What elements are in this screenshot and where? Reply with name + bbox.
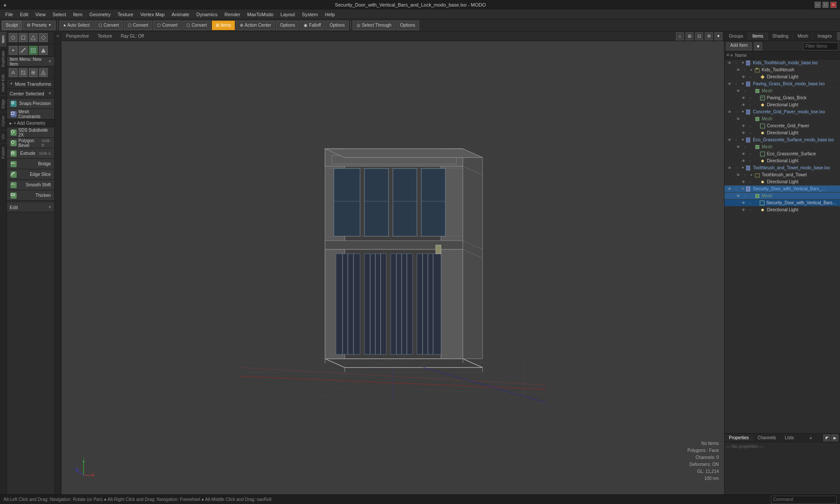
tree-item[interactable]: 👁 ○ ▼ Toothbrush_and_Towel_modo_base.lxo — [724, 164, 840, 172]
viewport-perspective[interactable]: Perspective — [63, 33, 91, 39]
eye-icon[interactable]: 👁 — [735, 144, 741, 150]
tool-icon-select-item[interactable] — [39, 46, 48, 55]
convert-button-1[interactable]: ⬡ Convert — [94, 21, 123, 30]
snaps-precision-btn[interactable]: Snaps Precision — [7, 98, 54, 109]
eye-icon[interactable]: 👁 — [726, 165, 732, 171]
viewport-btn-more[interactable]: ▼ — [714, 32, 722, 40]
tree-item[interactable]: 👁 ○ Mesh — [724, 88, 840, 94]
menu-system[interactable]: System — [298, 11, 322, 18]
eye-icon[interactable]: 👁 — [735, 116, 741, 122]
maximize-button[interactable]: □ — [822, 2, 829, 8]
side-tab-mesh-edit[interactable]: Mesh Edit — [0, 70, 7, 95]
tree-item[interactable]: 👁 ○ Directional Light — [724, 102, 840, 108]
tree-item[interactable]: 👁○ Mesh — [724, 116, 840, 122]
eye-icon2[interactable]: ○ — [733, 81, 739, 87]
item-menu-dropdown[interactable]: Item Menu: New Item ▼ — [7, 57, 54, 66]
convert-button-3[interactable]: ⬡ Convert — [153, 21, 182, 30]
viewport-texture[interactable]: Texture — [95, 33, 115, 39]
eye-icon[interactable]: 👁 — [735, 193, 741, 199]
tree-item[interactable]: 👁 ○ Directional Light — [724, 74, 840, 80]
eye-icon[interactable]: 👁 — [726, 186, 732, 192]
eye-icon2[interactable]: ○ — [747, 74, 753, 80]
side-tab-item[interactable]: Item — [0, 32, 7, 47]
eye-icon2[interactable]: ○ — [742, 67, 748, 73]
eye-icon[interactable]: 👁 — [735, 88, 741, 94]
tree-item[interactable]: 👁○ Directional Light — [724, 158, 840, 164]
eye-icon2[interactable]: ○ — [733, 60, 739, 66]
tool-icon-select-vert[interactable] — [9, 46, 18, 55]
bridge-btn[interactable]: Bridge — [7, 159, 54, 169]
tree-item[interactable]: 👁○ Concrete_Grid_Paver — [724, 122, 840, 130]
expand-icon[interactable]: ▸ — [749, 67, 754, 73]
tree-item[interactable]: 👁○ Mesh — [724, 144, 840, 150]
eye-icon2[interactable]: ○ — [747, 207, 753, 213]
tool-icon-transform[interactable] — [39, 33, 48, 42]
tool-icon-select-edge[interactable] — [19, 46, 28, 55]
mesh-constraints-btn[interactable]: Mesh Constraints — [7, 109, 54, 119]
eye-icon[interactable]: 👁 — [740, 158, 746, 164]
items-tab[interactable]: Items — [748, 32, 768, 40]
options-button-1[interactable]: Options — [276, 21, 299, 30]
tree-item[interactable]: 👁 ○ ▼ Paving_Grass_Brick_modo_base.lxo — [724, 80, 840, 88]
expand-icon[interactable]: ▼ — [740, 109, 746, 115]
tree-item[interactable]: 👁 ○ ▼ Kids_Toothbrush_modo_base.lxo — [724, 60, 840, 66]
eye-icon2[interactable]: ○ — [742, 88, 748, 94]
select-through-button[interactable]: ◎ Select Through — [353, 21, 396, 30]
convert-button-2[interactable]: ⬡ Convert — [124, 21, 152, 30]
add-geometry-section[interactable]: ▸ + Add Geometry — [7, 119, 54, 127]
close-button[interactable]: ✕ — [830, 2, 836, 8]
center-selected-row[interactable]: Center Selected ▼ — [7, 89, 54, 98]
tool-icon-a[interactable] — [9, 68, 18, 77]
eye-icon2[interactable]: ○ — [747, 102, 753, 108]
eye-icon[interactable]: 👁 — [740, 123, 746, 129]
eye-icon2[interactable]: ○ — [747, 200, 753, 206]
eye-icon2[interactable]: ○ — [733, 137, 739, 143]
edit-dropdown[interactable]: Edit ▼ — [7, 203, 54, 212]
eye-icon2[interactable]: ○ — [747, 123, 753, 129]
lists-tab[interactable]: Lists — [780, 434, 798, 441]
auto-select-button[interactable]: ● Auto Select — [60, 21, 94, 30]
minimize-button[interactable]: ─ — [815, 2, 821, 8]
properties-tab[interactable]: Properties — [724, 434, 753, 441]
eye-icon2[interactable]: ○ — [747, 179, 753, 185]
expand-icon[interactable]: ▼ — [740, 81, 746, 87]
tree-item-selected[interactable]: 👁 ○ ▼ Security_Door_with_Vertical_Bars_.… — [724, 186, 840, 192]
eye-icon[interactable]: 👁 — [740, 179, 746, 185]
tree-item[interactable]: 👁○ Directional Light — [724, 206, 840, 214]
eye-icon[interactable]: 👁 — [726, 137, 732, 143]
options-button-3[interactable]: Options — [396, 21, 419, 30]
eye-icon2[interactable]: ○ — [733, 186, 739, 192]
tool-icon-select-poly[interactable] — [29, 46, 38, 55]
menu-help[interactable]: Help — [322, 11, 339, 18]
shading-tab[interactable]: Shading — [768, 32, 793, 40]
vp-tab-a[interactable]: A — [55, 32, 62, 40]
menu-select[interactable]: Select — [49, 11, 70, 18]
menu-texture[interactable]: Texture — [114, 11, 137, 18]
eye-icon2[interactable]: ○ — [733, 109, 739, 115]
expand-right-btn[interactable]: ◀ — [837, 32, 840, 40]
tree-item[interactable]: 👁 ○ ▼ Eco_Grasscrete_Surface_modo_base.l… — [724, 136, 840, 144]
menu-edit[interactable]: Edit — [17, 11, 32, 18]
tree-item[interactable]: 👁○ ▸ Toothbrush_and_Towel — [724, 172, 840, 178]
eye-icon[interactable]: 👁 — [740, 102, 746, 108]
prop-expand-btn[interactable]: ◤ — [823, 434, 830, 441]
side-tab-duplicate[interactable]: Duplicate — [0, 47, 7, 71]
images-tab[interactable]: Images — [813, 32, 836, 40]
groups-tab[interactable]: Groups — [724, 32, 748, 40]
channels-tab[interactable]: Channels — [753, 434, 780, 441]
window-controls[interactable]: ─ □ ✕ — [815, 2, 836, 8]
side-tab-uv[interactable]: UV — [0, 130, 7, 143]
side-tab-curve[interactable]: Curve — [0, 112, 7, 130]
tree-item[interactable]: 👁 ○ ▼ Concrete_Grid_Paver_modo_bse.lxo — [724, 108, 840, 116]
action-center-button[interactable]: ⊕ Action Center — [236, 21, 275, 30]
side-tab-edge[interactable]: Edge — [0, 95, 7, 112]
tool-icon-move[interactable] — [9, 33, 18, 42]
menu-maxtomodo[interactable]: MaxToModo — [244, 11, 277, 18]
eye-icon[interactable]: 👁 — [740, 74, 746, 80]
menu-layout[interactable]: Layout — [277, 11, 298, 18]
menu-render[interactable]: Render — [221, 11, 244, 18]
eye-icon2[interactable]: ○ — [747, 158, 753, 164]
menu-vertex-map[interactable]: Vertex Map — [137, 11, 168, 18]
eye-icon2[interactable]: ○ — [747, 95, 753, 101]
add-item-btn[interactable]: Add Item — [726, 42, 752, 50]
